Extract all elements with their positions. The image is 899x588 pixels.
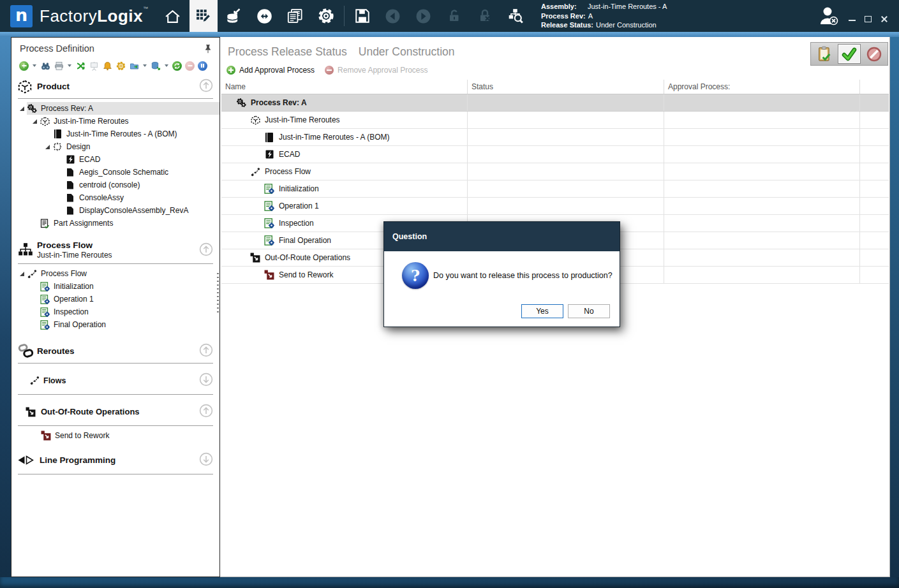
table-row[interactable]: Initialization [221,180,889,198]
print-dropdown-caret-icon[interactable] [68,64,71,67]
collapse-up-arrow-icon[interactable] [199,343,213,359]
tree-item-operation[interactable]: Initialization [11,280,219,293]
logo-word-bold: Logix [97,6,143,26]
alert-bell-icon[interactable] [102,61,112,71]
tree-item-label: Design [66,142,90,151]
line-programming-section-header[interactable]: Line Programming [11,447,219,473]
column-header-approval[interactable]: Approval Process: [664,80,860,94]
remove-approval-process-button[interactable]: Remove Approval Process [325,66,427,75]
tree-item-document[interactable]: DisplayConsoleAssembly_RevA [11,204,219,217]
out-of-route-section-header[interactable]: Out-Of-Route Operations [11,399,219,424]
minimize-button[interactable] [849,15,856,22]
row-name: Initialization [279,184,319,193]
process-flow-section-header[interactable]: Process Flow Just-in-Time Reroutes [11,237,219,262]
table-row[interactable]: ECAD [221,146,889,163]
tree-item-label: ECAD [79,155,100,164]
process-analyze-button[interactable] [500,0,531,32]
print-icon[interactable] [54,61,64,71]
tree-item-bom[interactable]: Just-in-Time Reroutes - A (BOM) [11,128,219,140]
table-row[interactable]: Operation 1 [221,198,889,215]
tree-item-ecad[interactable]: ECAD [11,153,219,166]
forward-button[interactable] [408,0,439,32]
release-checklist-button[interactable] [813,44,836,64]
reroutes-section-header[interactable]: Reroutes [11,340,219,362]
document-icon [65,205,75,216]
materials-button[interactable] [219,0,249,32]
import-dropdown-caret-icon[interactable] [165,64,168,67]
table-row[interactable]: Process Rev: A [221,94,889,112]
transfer-icon [256,8,273,25]
column-header-status[interactable]: Status [468,80,664,94]
maximize-button[interactable] [865,15,872,22]
save-button[interactable] [347,0,378,32]
user-x-icon [815,5,841,28]
ecad-icon [264,149,274,159]
documents-button[interactable] [280,0,311,32]
approve-release-button[interactable] [838,44,861,64]
tree-item-document[interactable]: centroid (console) [11,179,219,191]
export-dropdown-caret-icon[interactable] [143,64,147,67]
tree-item-operation[interactable]: Operation 1 [11,293,219,305]
expand-down-arrow-icon[interactable] [199,452,213,468]
collapse-up-arrow-icon[interactable] [199,242,213,258]
tree-item-assembly[interactable]: Just-in-Time Reroutes [11,115,219,128]
expand-down-arrow-icon[interactable] [199,372,213,388]
flows-section-header[interactable]: Flows [11,367,219,393]
reject-release-button[interactable] [863,44,886,64]
tree-item-document[interactable]: ConsoleAssy [11,191,219,204]
lock-release-button[interactable] [470,0,500,32]
tree-item-label: Initialization [54,282,94,291]
tree-item-operation[interactable]: Inspection [11,305,219,318]
pin-icon[interactable] [204,44,212,54]
no-button[interactable]: No [568,304,610,318]
exchange-icon[interactable] [75,61,85,71]
add-dropdown-caret-icon[interactable] [33,64,36,67]
dialog-title-bar[interactable]: Question [384,222,620,251]
part-assignments-icon [40,218,50,228]
logo-word-light: Factory [40,6,97,26]
column-header-name[interactable]: Name [221,80,468,94]
home-button[interactable] [158,0,188,32]
tree-item-part-assignments[interactable]: Part Assignments [11,217,219,230]
expander-icon[interactable] [17,272,27,276]
send-to-rework-item[interactable]: Send to Rework [11,428,219,443]
yes-button[interactable]: Yes [521,304,563,318]
close-button[interactable] [880,15,888,22]
tree-item-operation[interactable]: Final Operation [11,318,219,331]
table-row[interactable]: Process Flow [221,163,889,180]
tree-item-document[interactable]: Aegis_Console Schematic [11,166,219,179]
sign-out-button[interactable] [815,5,841,28]
expander-icon[interactable] [42,145,52,149]
product-section-header[interactable]: Product [11,75,219,97]
back-button[interactable] [378,0,408,32]
export-folder-icon[interactable] [129,61,139,71]
tree-item-process-rev[interactable]: Process Rev: A [11,102,219,115]
page-title-text: Process Release Status [228,45,347,59]
row-name: Send to Rework [279,270,333,279]
table-row[interactable]: Just-in-Time Reroutes - A (BOM) [221,129,889,146]
unlock-button[interactable] [439,0,470,32]
configure-gear-icon[interactable] [115,61,126,71]
process-planner-button[interactable] [189,0,218,32]
collapse-up-arrow-icon[interactable] [199,78,213,94]
expander-icon[interactable] [29,119,40,124]
tree-item-process-flow[interactable]: Process Flow [11,267,219,280]
panel-splitter[interactable] [217,273,219,314]
find-icon[interactable] [40,61,50,71]
tree-item-design[interactable]: Design [11,140,219,153]
table-row[interactable]: Just-in-Time Reroutes [221,112,889,129]
refresh-icon[interactable] [172,61,182,71]
add-approval-process-button[interactable]: Add Approval Process [227,66,315,75]
unlock-icon [447,8,462,24]
import-database-icon[interactable] [151,61,161,71]
flow-icon [27,268,37,279]
expander-icon[interactable] [17,107,27,111]
remove-icon[interactable] [185,61,195,71]
transfer-button[interactable] [249,0,280,32]
collapse-up-arrow-icon[interactable] [199,404,213,420]
pause-icon[interactable] [198,61,207,71]
tree-item-label: Process Rev: A [41,104,93,113]
settings-button[interactable] [311,0,341,32]
board-icon[interactable] [89,61,99,71]
add-icon[interactable] [19,61,29,71]
